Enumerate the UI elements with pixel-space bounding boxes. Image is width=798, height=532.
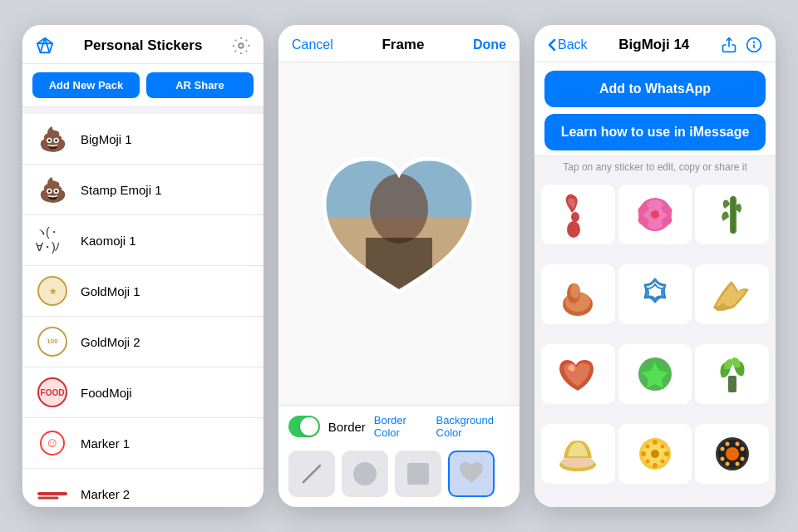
- sticker-cell[interactable]: [541, 344, 615, 404]
- svg-point-57: [740, 447, 744, 451]
- heart-shape-svg: [316, 150, 482, 308]
- phone3-title: BigMoji 14: [618, 37, 689, 53]
- sticker-cell[interactable]: [695, 185, 769, 244]
- chevron-left-icon: [548, 38, 556, 52]
- sticker-icon-kaomoji1: ヽ(・∀・)ﾉ: [36, 224, 69, 257]
- sticker-cell[interactable]: [541, 185, 615, 244]
- hint-text: Tap on any sticker to edit, copy or shar…: [534, 156, 776, 178]
- svg-rect-12: [366, 238, 432, 308]
- shape-heart-button[interactable]: [448, 451, 495, 497]
- list-item[interactable]: ★ GoldMoji 1: [22, 266, 264, 317]
- back-button[interactable]: Back: [548, 37, 588, 52]
- svg-point-48: [660, 445, 664, 449]
- done-button[interactable]: Done: [473, 37, 506, 52]
- ar-share-button[interactable]: AR Share: [146, 72, 254, 98]
- list-item[interactable]: ヽ(・∀・)ﾉ Kaomoji 1: [22, 215, 264, 266]
- phone2-header: Cancel Frame Done: [278, 25, 520, 62]
- list-item[interactable]: 💩 Stamp Emoji 1: [22, 165, 264, 215]
- sticker-icon-foodmoji: FOOD: [36, 376, 69, 409]
- svg-point-34: [570, 283, 580, 298]
- shape-square-button[interactable]: [395, 451, 441, 497]
- svg-text:☺: ☺: [46, 436, 59, 450]
- shape-none-button[interactable]: [288, 451, 335, 497]
- sticker-cell[interactable]: [618, 185, 692, 244]
- sticker-label: Stamp Emoji 1: [81, 183, 162, 197]
- svg-point-55: [735, 442, 739, 446]
- phone1-action-buttons: Add New Pack AR Share: [22, 64, 264, 107]
- phone2: Cancel Frame Done: [278, 25, 520, 507]
- sticker-label: GoldMoji 2: [81, 335, 140, 349]
- svg-point-49: [645, 460, 649, 464]
- border-label: Border: [328, 420, 366, 434]
- sticker-cell[interactable]: [695, 264, 769, 324]
- cancel-button[interactable]: Cancel: [292, 37, 333, 52]
- svg-rect-30: [732, 196, 735, 234]
- list-item[interactable]: 100 GoldMoji 2: [22, 317, 264, 367]
- svg-point-44: [653, 463, 658, 468]
- svg-point-42: [651, 450, 659, 458]
- svg-point-20: [567, 221, 580, 238]
- sticker-list: 💩 BigMoji 1 💩 Stamp Emoji 1 ヽ(・∀・)ﾉ Kaom…: [22, 107, 264, 507]
- sticker-label: Kaomoji 1: [81, 234, 136, 248]
- sticker-label: Marker 2: [81, 487, 130, 501]
- svg-point-60: [725, 462, 729, 466]
- border-row: Border Border Color Background Color: [288, 414, 510, 439]
- sticker-cell[interactable]: [695, 344, 769, 404]
- sticker-label: FoodMoji: [81, 386, 132, 400]
- svg-point-11: [370, 174, 428, 244]
- phones-container: Personal Stickers Add New Pack AR Share …: [6, 8, 792, 524]
- svg-rect-37: [728, 376, 736, 392]
- sticker-cell[interactable]: [695, 424, 769, 484]
- phone1: Personal Stickers Add New Pack AR Share …: [22, 25, 264, 507]
- phone3-body: Add to WhatsApp Learn how to use in iMes…: [534, 62, 776, 507]
- learn-imessage-button[interactable]: Learn how to use in iMessage: [544, 114, 766, 150]
- shape-circle-button[interactable]: [342, 451, 388, 497]
- list-item[interactable]: FOOD FoodMoji: [22, 367, 264, 418]
- phone3: Back BigMoji 14 Add to WhatsApp Learn: [534, 25, 776, 507]
- add-new-pack-button[interactable]: Add New Pack: [32, 72, 140, 98]
- svg-point-15: [353, 462, 377, 485]
- info-icon[interactable]: [746, 37, 762, 53]
- sticker-icon-stamp1: 💩: [36, 173, 69, 206]
- color-links: Border Color Background Color: [374, 414, 510, 439]
- svg-point-54: [725, 442, 729, 446]
- phone2-title: Frame: [382, 37, 424, 53]
- list-item[interactable]: 💩 BigMoji 1: [22, 114, 264, 165]
- sticker-cell[interactable]: [618, 344, 692, 404]
- sticker-icon-marker2: [36, 477, 69, 507]
- svg-point-50: [660, 460, 664, 464]
- svg-rect-16: [407, 463, 429, 485]
- share-icon[interactable]: [721, 37, 737, 53]
- svg-point-56: [720, 447, 724, 451]
- sticker-label: Marker 1: [81, 436, 130, 451]
- diamond-icon: [36, 37, 54, 55]
- phone3-action-buttons: Add to WhatsApp Learn how to use in iMes…: [534, 62, 776, 156]
- svg-point-59: [740, 457, 744, 461]
- phone1-title: Personal Stickers: [84, 37, 203, 54]
- svg-point-58: [720, 457, 724, 461]
- sticker-icon-bigmoji1: 💩: [36, 122, 69, 155]
- sticker-icon-marker1: ☺: [36, 426, 69, 460]
- sticker-cell[interactable]: [541, 264, 615, 324]
- border-toggle[interactable]: [288, 416, 320, 437]
- sticker-cell[interactable]: [618, 424, 692, 484]
- settings-icon[interactable]: [232, 37, 250, 55]
- svg-point-43: [653, 440, 658, 445]
- svg-point-47: [645, 445, 649, 449]
- sticker-icon-goldmoji2: 100: [36, 325, 69, 358]
- sticker-cell[interactable]: [541, 424, 615, 484]
- sticker-grid: [534, 178, 776, 507]
- phone3-header: Back BigMoji 14: [534, 25, 776, 62]
- background-color-link[interactable]: Background Color: [436, 414, 510, 439]
- border-color-link[interactable]: Border Color: [374, 414, 426, 439]
- add-to-whatsapp-button[interactable]: Add to WhatsApp: [544, 71, 766, 107]
- svg-point-45: [641, 451, 646, 456]
- sticker-cell[interactable]: [618, 264, 692, 324]
- sticker-label: BigMoji 1: [81, 132, 132, 146]
- list-item[interactable]: Marker 2: [22, 469, 264, 507]
- phone3-action-icons: [721, 37, 762, 53]
- heart-frame: [316, 150, 482, 308]
- list-item[interactable]: ☺ Marker 1: [22, 418, 264, 469]
- back-label: Back: [558, 37, 588, 52]
- svg-point-61: [735, 462, 739, 466]
